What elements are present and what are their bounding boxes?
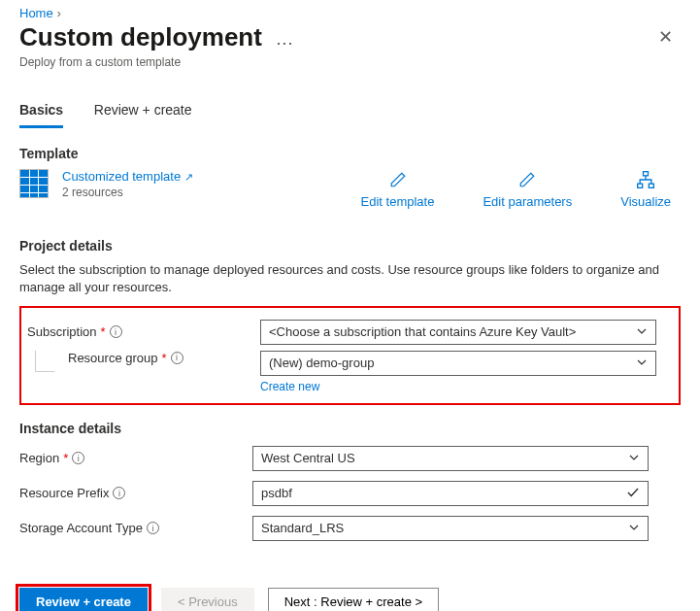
info-icon[interactable]: i xyxy=(113,487,125,499)
info-icon[interactable]: i xyxy=(171,352,183,364)
chevron-down-icon xyxy=(628,452,640,463)
highlight-box: Subscription* i <Choose a subscription t… xyxy=(19,306,681,405)
breadcrumb: Home › xyxy=(19,6,681,20)
tree-connector xyxy=(35,351,54,372)
section-project-details: Project details xyxy=(19,238,681,254)
section-template: Template xyxy=(19,146,681,161)
chevron-down-icon xyxy=(628,522,640,533)
next-button[interactable]: Next : Review + create > xyxy=(268,588,439,611)
edit-parameters-button[interactable]: Edit parameters xyxy=(483,169,572,209)
edit-template-button[interactable]: Edit template xyxy=(361,169,435,209)
project-details-description: Select the subscription to manage deploy… xyxy=(19,261,681,296)
section-instance-details: Instance details xyxy=(19,421,681,436)
pencil-icon xyxy=(483,169,572,190)
breadcrumb-home[interactable]: Home xyxy=(19,6,53,20)
resource-group-label: Resource group* i xyxy=(68,351,260,365)
info-icon[interactable]: i xyxy=(147,522,159,534)
region-select[interactable]: West Central US xyxy=(252,446,649,471)
storage-account-type-label: Storage Account Type i xyxy=(19,521,252,535)
info-icon[interactable]: i xyxy=(72,452,84,464)
chevron-down-icon xyxy=(636,325,648,337)
customized-template-link[interactable]: Customized template ↗ xyxy=(62,169,193,184)
pencil-icon xyxy=(361,169,435,190)
svg-rect-1 xyxy=(638,184,643,187)
close-button[interactable]: ✕ xyxy=(650,22,681,51)
resource-count: 2 resources xyxy=(62,186,193,199)
svg-rect-2 xyxy=(649,184,653,187)
checkmark-icon xyxy=(626,486,640,499)
create-new-link[interactable]: Create new xyxy=(260,380,319,393)
subscription-label: Subscription* i xyxy=(27,324,260,339)
review-create-button[interactable]: Review + create xyxy=(19,588,148,611)
chevron-right-icon: › xyxy=(57,7,61,20)
tab-review-create[interactable]: Review + create xyxy=(94,96,192,125)
tab-basics[interactable]: Basics xyxy=(19,96,63,128)
chevron-down-icon xyxy=(636,356,648,368)
page-title: Custom deployment xyxy=(19,22,262,52)
svg-rect-0 xyxy=(644,171,649,175)
resource-prefix-label: Resource Prefix i xyxy=(19,486,252,500)
subscription-select[interactable]: <Choose a subscription that contains Azu… xyxy=(260,320,656,345)
external-link-icon: ↗ xyxy=(184,171,193,183)
template-grid-icon xyxy=(19,169,49,198)
hierarchy-icon xyxy=(620,169,671,190)
page-subtitle: Deploy from a custom template xyxy=(19,55,293,69)
tab-bar: Basics Review + create xyxy=(19,96,681,128)
storage-account-type-select[interactable]: Standard_LRS xyxy=(252,516,649,541)
visualize-button[interactable]: Visualize xyxy=(620,169,671,209)
previous-button[interactable]: < Previous xyxy=(161,588,254,611)
info-icon[interactable]: i xyxy=(110,325,122,338)
more-menu-button[interactable]: ⋯ xyxy=(276,32,293,53)
resource-prefix-input[interactable]: psdbf xyxy=(252,481,649,506)
region-label: Region* i xyxy=(19,451,252,465)
resource-group-select[interactable]: (New) demo-group xyxy=(260,351,656,376)
